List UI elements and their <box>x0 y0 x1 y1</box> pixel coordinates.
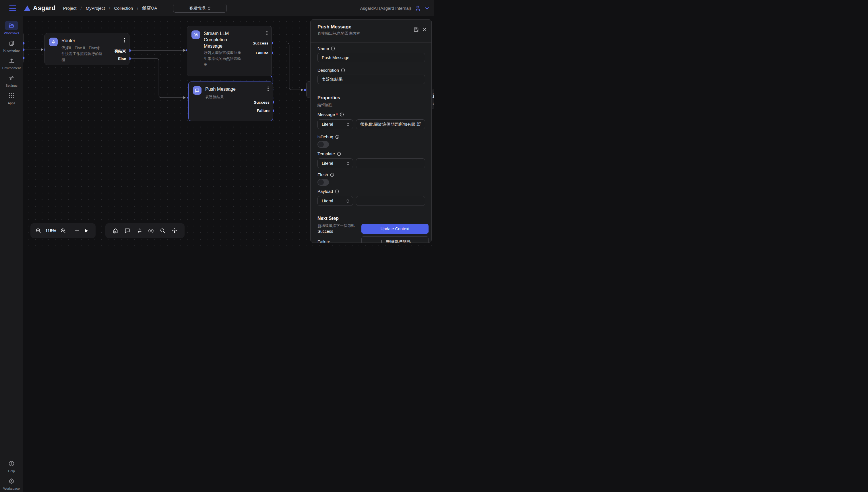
plus-icon <box>379 240 383 243</box>
template-type-select[interactable]: Literal <box>318 158 353 168</box>
book-icon <box>8 40 15 46</box>
breadcrumb-item-myproject[interactable]: MyProject <box>86 6 105 10</box>
folder-icon <box>8 22 15 29</box>
info-icon <box>340 113 344 117</box>
output-handle-label[interactable]: Failure <box>256 51 268 55</box>
search-button[interactable] <box>160 228 166 233</box>
info-icon <box>335 135 339 139</box>
llm-icon <box>192 30 200 39</box>
top-bar: Asgard Project / MyProject / Collection … <box>0 0 434 16</box>
panel-subtitle: 直接輸出訊息的回應內容 <box>318 31 360 36</box>
zoom-toolbar: 115% <box>30 223 96 238</box>
upload-icon <box>8 58 15 64</box>
breadcrumb: Project / MyProject / Collection / 飯店QA <box>63 5 157 11</box>
updown-chevron-icon <box>346 199 349 203</box>
sidebar-item-settings[interactable]: Settings <box>2 73 21 87</box>
output-handle-label[interactable]: 有結果 <box>115 49 126 54</box>
chevron-down-icon[interactable] <box>425 6 429 10</box>
description-label: Description <box>318 68 345 73</box>
menu-icon[interactable] <box>9 5 16 10</box>
zoom-in-button[interactable] <box>60 228 66 233</box>
message-input[interactable]: 很抱歉,關於這個問題所知有限,暫 <box>356 119 425 129</box>
node-push-message[interactable]: Push Message 表達無結果 Success Failure <box>188 81 273 121</box>
node-description: 依據If、Else If、Else條 件決定工作流程執行的路 徑 <box>61 45 107 63</box>
payload-label: Payload <box>318 189 339 194</box>
message-type-select[interactable]: Literal <box>318 119 353 129</box>
breadcrumb-item-project[interactable]: Project <box>63 6 77 10</box>
flush-toggle[interactable] <box>318 179 329 186</box>
next-step-subheading: 新增或選擇下一個節點 <box>318 223 355 228</box>
payload-input[interactable] <box>356 196 425 206</box>
node-title: Stream LLM Completion Message <box>204 30 247 49</box>
zoom-level: 115% <box>45 228 56 233</box>
add-target-node-button[interactable]: 新增目標節點 <box>362 236 428 243</box>
isdebug-toggle[interactable] <box>318 141 329 148</box>
sidebar-item-environment[interactable]: Environment <box>2 56 21 70</box>
node-description: 呼叫大型語言模型並產 生串流式的自然語言輸 出 <box>204 50 249 68</box>
zoom-out-button[interactable] <box>35 228 41 233</box>
name-input[interactable]: Push Message <box>318 53 425 62</box>
panel-title: Push Message <box>318 24 351 30</box>
kebab-menu-icon[interactable] <box>268 87 269 91</box>
save-icon[interactable] <box>414 27 419 32</box>
move-canvas-button[interactable] <box>171 228 178 234</box>
add-message-node-button[interactable] <box>124 228 130 233</box>
message-label: Message * <box>318 112 344 117</box>
router-icon <box>49 38 58 46</box>
update-context-button[interactable]: Update Context <box>362 224 428 233</box>
required-mark: * <box>336 112 338 117</box>
node-palette-toolbar <box>105 223 184 238</box>
sliders-icon <box>8 75 15 81</box>
flush-label: Flush <box>318 172 334 177</box>
breadcrumb-item-workflow[interactable]: 飯店QA <box>142 5 157 11</box>
properties-subheading: 編輯屬性 <box>318 102 332 108</box>
sidebar-item-apps[interactable]: Apps <box>2 91 21 105</box>
info-icon <box>330 173 334 177</box>
add-llm-node-button[interactable] <box>148 228 154 234</box>
node-description: 表達無結果 <box>205 94 251 100</box>
environment-selector[interactable]: 客服情境 <box>173 4 227 13</box>
node-stream-llm[interactable]: Stream LLM Completion Message 呼叫大型語言模型並產… <box>187 26 272 76</box>
add-router-node-button[interactable] <box>136 228 142 234</box>
properties-panel: Push Message 直接輸出訊息的回應內容 Name Push Messa… <box>310 19 432 243</box>
kebab-menu-icon[interactable] <box>124 38 125 43</box>
close-icon[interactable] <box>423 27 427 31</box>
updown-chevron-icon <box>207 6 211 10</box>
payload-type-select[interactable]: Literal <box>318 196 353 206</box>
info-icon <box>335 190 339 194</box>
offscreen-node-right[interactable]: 返 返 <box>432 90 434 109</box>
template-input[interactable] <box>356 158 425 168</box>
node-title: Router <box>61 38 104 44</box>
success-row-label: Success <box>318 229 333 233</box>
properties-heading: Properties <box>318 95 340 100</box>
chat-bubble-icon <box>193 86 201 95</box>
info-icon <box>341 68 345 72</box>
sidebar-item-workflows[interactable]: Workflows <box>2 21 21 35</box>
user-icon[interactable] <box>415 5 421 12</box>
failure-row-label: Failure <box>318 239 330 243</box>
apps-grid-icon <box>8 93 14 98</box>
output-handle-label[interactable]: Success <box>253 41 268 45</box>
node-title: Push Message <box>205 86 248 93</box>
run-button[interactable] <box>83 228 89 233</box>
add-start-node-button[interactable] <box>112 228 119 234</box>
kebab-menu-icon[interactable] <box>266 31 268 35</box>
description-input[interactable]: 表達無結果 <box>318 75 425 84</box>
breadcrumb-item-collection[interactable]: Collection <box>114 6 133 10</box>
updown-chevron-icon <box>346 122 349 127</box>
name-label: Name <box>318 46 335 51</box>
node-router[interactable]: Router 依據If、Else If、Else條 件決定工作流程執行的路 徑 … <box>45 33 129 65</box>
sidebar-item-knowledge[interactable]: Knowledge <box>2 39 21 52</box>
brand-name: Asgard <box>33 4 56 12</box>
output-handle-label[interactable]: Failure <box>257 108 270 113</box>
output-handle-label[interactable]: Else <box>118 56 126 61</box>
brand: Asgard <box>24 4 56 12</box>
output-handle-label[interactable]: Success <box>254 100 270 104</box>
info-icon <box>337 152 341 156</box>
add-button[interactable] <box>74 228 79 233</box>
account-name: AsgardAI (Asgard Internal) <box>360 6 411 10</box>
updown-chevron-icon <box>346 161 349 166</box>
info-icon <box>331 47 335 51</box>
isdebug-label: isDebug <box>318 134 339 139</box>
asgard-logo-icon <box>24 5 30 11</box>
